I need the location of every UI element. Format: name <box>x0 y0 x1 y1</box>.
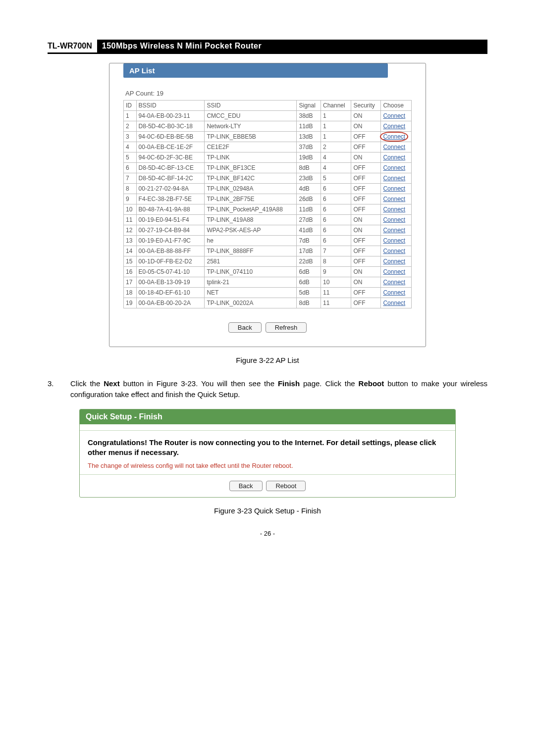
cell-id: 17 <box>124 277 137 288</box>
model-label: TL-WR700N <box>48 40 97 52</box>
cell-signal: 27dB <box>297 215 321 225</box>
cell-channel: 9 <box>321 267 351 277</box>
col-id: ID <box>124 101 137 111</box>
cell-choose: Connect <box>381 173 412 184</box>
cell-bssid: 00-27-19-C4-B9-84 <box>136 225 205 236</box>
connect-link[interactable]: Connect <box>383 268 405 275</box>
connect-link[interactable]: Connect <box>383 154 405 161</box>
cell-signal: 11dB <box>297 121 321 132</box>
table-row: 594-0C-6D-2F-3C-BETP-LINK19dB4ONConnect <box>124 152 412 163</box>
connect-link[interactable]: Connect <box>383 289 405 296</box>
cell-signal: 13dB <box>297 132 321 142</box>
cell-bssid: 00-19-E0-94-51-F4 <box>136 215 205 225</box>
connect-link[interactable]: Connect <box>383 248 405 254</box>
cell-signal: 19dB <box>297 152 321 163</box>
cell-bssid: 94-0A-EB-00-23-11 <box>136 111 205 121</box>
col-ssid: SSID <box>205 101 297 111</box>
connect-link[interactable]: Connect <box>383 123 405 130</box>
t0: Click the <box>70 379 104 388</box>
connect-link[interactable]: Connect <box>383 133 405 140</box>
cell-id: 4 <box>124 142 137 152</box>
cell-choose: Connect <box>381 236 412 246</box>
cell-bssid: 00-19-E0-A1-F7-9C <box>136 236 205 246</box>
cell-security: OFF <box>351 288 381 298</box>
cell-security: OFF <box>351 132 381 142</box>
cell-security: OFF <box>351 256 381 267</box>
qs-warning: The change of wireless config will not t… <box>88 461 447 470</box>
cell-ssid: he <box>205 236 297 246</box>
cell-ssid: WPA2-PSK-AES-AP <box>205 225 297 236</box>
connect-link[interactable]: Connect <box>383 185 405 192</box>
cell-choose: Connect <box>381 121 412 132</box>
cell-ssid: TP-LINK_PocketAP_419A88 <box>205 204 297 215</box>
col-bssid: BSSID <box>136 101 205 111</box>
cell-id: 14 <box>124 246 137 256</box>
cell-signal: 23dB <box>297 173 321 184</box>
connect-link[interactable]: Connect <box>383 227 405 234</box>
connect-link[interactable]: Connect <box>383 164 405 171</box>
connect-link[interactable]: Connect <box>383 206 405 213</box>
cell-channel: 5 <box>321 173 351 184</box>
cell-channel: 6 <box>321 236 351 246</box>
cell-signal: 37dB <box>297 142 321 152</box>
table-row: 394-0C-6D-EB-BE-5BTP-LINK_EBBE5B13dB1OFF… <box>124 132 412 142</box>
b2: Finish <box>278 379 300 388</box>
cell-ssid: TP-LINK_00202A <box>205 298 297 308</box>
cell-bssid: D8-5D-4C-B0-3C-18 <box>136 121 205 132</box>
cell-signal: 41dB <box>297 225 321 236</box>
connect-link[interactable]: Connect <box>383 300 405 306</box>
cell-channel: 4 <box>321 163 351 173</box>
connect-link[interactable]: Connect <box>383 175 405 182</box>
cell-signal: 7dB <box>297 236 321 246</box>
cell-id: 3 <box>124 132 137 142</box>
cell-channel: 1 <box>321 121 351 132</box>
table-row: 9F4-EC-38-2B-F7-5ETP-LINK_2BF75E26dB6OFF… <box>124 194 412 204</box>
table-row: 1700-0A-EB-13-09-19tplink-216dB10ONConne… <box>124 277 412 288</box>
cell-channel: 6 <box>321 204 351 215</box>
cell-choose: Connect <box>381 277 412 288</box>
cell-bssid: E0-05-C5-07-41-10 <box>136 267 205 277</box>
connect-link[interactable]: Connect <box>383 144 405 151</box>
table-row: 10B0-48-7A-41-9A-88TP-LINK_PocketAP_419A… <box>124 204 412 215</box>
connect-link[interactable]: Connect <box>383 237 405 244</box>
connect-link[interactable]: Connect <box>383 196 405 202</box>
cell-ssid: CMCC_EDU <box>205 111 297 121</box>
cell-choose: Connect <box>381 152 412 163</box>
header-bar: TL-WR700N 150Mbps Wireless N Mini Pocket… <box>48 40 487 54</box>
connect-link[interactable]: Connect <box>383 216 405 223</box>
cell-signal: 5dB <box>297 288 321 298</box>
cell-ssid: Network-LTY <box>205 121 297 132</box>
table-row: 1800-18-4D-EF-61-10NET5dB11OFFConnect <box>124 288 412 298</box>
cell-choose: Connect <box>381 215 412 225</box>
cell-security: OFF <box>351 236 381 246</box>
qs-reboot-button[interactable]: Reboot <box>266 481 306 491</box>
table-row: 1900-0A-EB-00-20-2ATP-LINK_00202A8dB11OF… <box>124 298 412 308</box>
t1: button in Figure 3-23. You will then see… <box>120 379 278 388</box>
cell-channel: 11 <box>321 288 351 298</box>
cell-choose: Connect <box>381 204 412 215</box>
table-row: 1200-27-19-C4-B9-84WPA2-PSK-AES-AP41dB6O… <box>124 225 412 236</box>
cell-ssid: TP-LINK_2BF75E <box>205 194 297 204</box>
t2: page. Click the <box>300 379 359 388</box>
qs-back-button[interactable]: Back <box>229 481 263 491</box>
cell-ssid: TP-LINK_419A88 <box>205 215 297 225</box>
connect-link[interactable]: Connect <box>383 279 405 286</box>
step-number: 3. <box>48 378 70 400</box>
cell-ssid: TP-LINK_8888FF <box>205 246 297 256</box>
connect-link[interactable]: Connect <box>383 258 405 265</box>
cell-security: OFF <box>351 142 381 152</box>
cell-choose: Connect <box>381 267 412 277</box>
cell-id: 9 <box>124 194 137 204</box>
cell-channel: 1 <box>321 132 351 142</box>
table-row: 6D8-5D-4C-BF-13-CETP-LINK_BF13CE8dB4OFFC… <box>124 163 412 173</box>
back-button[interactable]: Back <box>228 322 262 333</box>
cell-bssid: 00-0A-EB-CE-1E-2F <box>136 142 205 152</box>
cell-id: 18 <box>124 288 137 298</box>
cell-id: 15 <box>124 256 137 267</box>
table-row: 7D8-5D-4C-BF-14-2CTP-LINK_BF142C23dB5OFF… <box>124 173 412 184</box>
connect-link[interactable]: Connect <box>383 112 405 119</box>
cell-choose: Connect <box>381 225 412 236</box>
cell-channel: 2 <box>321 142 351 152</box>
ap-list-title: AP List <box>123 63 388 78</box>
refresh-button[interactable]: Refresh <box>266 322 307 333</box>
